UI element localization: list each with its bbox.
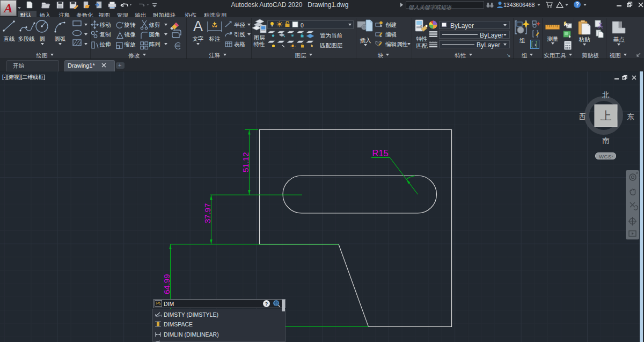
svg-text:西: 西 bbox=[580, 113, 586, 121]
svg-text:南: 南 bbox=[602, 136, 610, 144]
svg-text:R15: R15 bbox=[372, 148, 389, 158]
svg-text:上: 上 bbox=[601, 110, 612, 122]
svg-text:东: 东 bbox=[627, 113, 634, 121]
svg-text:64.99: 64.99 bbox=[162, 274, 171, 294]
svg-text:北: 北 bbox=[602, 91, 610, 99]
svg-text:51.12: 51.12 bbox=[241, 152, 250, 172]
svg-text:37.97: 37.97 bbox=[203, 203, 212, 223]
